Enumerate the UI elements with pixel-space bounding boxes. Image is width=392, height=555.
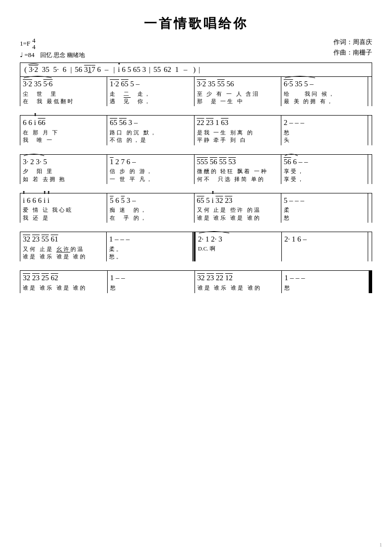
lyrics2: 在 乎 的，: [110, 214, 191, 221]
measure-2-4: 2 – – – 愁 头: [281, 116, 368, 145]
measure-2-1: 6 6 i 66 在 那 月 下 我 唯 一: [20, 116, 107, 145]
lyrics2: 愁: [284, 214, 365, 221]
lyrics1: 是我 一生 别离 的: [197, 128, 278, 137]
bar-line: [368, 77, 372, 106]
section-1-row1: 3·2 35 5·6 尘 世 里 在 我 最低翻时 1·2 65 5 –: [20, 76, 372, 106]
section-3-row: 3· 2 3· 5 夕 阳 里 如 若 去拥 抱 1 2 7 6 – 信 步 的…: [20, 154, 372, 184]
tempo-value: =84: [24, 51, 34, 59]
intro-line: ( 3·2 35 5· 6 | 56 317 6 – | i 6 5 65: [20, 62, 372, 76]
lyrics1: 在 那 月 下: [23, 128, 104, 137]
lyrics1: 微醺的 轻狂 飘着 一种: [197, 167, 278, 176]
measure-4-2: 5 6 5 3 – 痴 迷 的， 在 乎 的，: [107, 193, 194, 223]
lyricist: 作词：周喜庆: [333, 37, 372, 48]
lyrics1: 享受，: [284, 167, 365, 176]
lyrics1: 愁: [110, 284, 192, 292]
notes: 32 23 22 12: [197, 272, 279, 284]
meta-row: 1=F 4 4 ♩ =84 回忆 思念 幽绪地 作词：周喜庆 作曲：南栅子: [20, 37, 372, 60]
intro-open-paren: (: [24, 65, 27, 74]
notes: 1 2 7 6 –: [110, 156, 191, 168]
lyrics2: 愁。: [109, 253, 190, 260]
measure-6-3: 32 23 22 12 谁是 谁乐 谁是 谁的: [195, 271, 282, 293]
lyrics1: 爱 情 让 我心眩: [23, 206, 104, 214]
tempo-row: ♩ =84 回忆 思念 幽绪地: [20, 51, 85, 60]
bar-line: [368, 155, 372, 184]
lyrics1: 信 步 的 游，: [110, 167, 191, 176]
section-3: 3· 2 3· 5 夕 阳 里 如 若 去拥 抱 1 2 7 6 – 信 步 的…: [20, 154, 372, 184]
bar-line: [368, 232, 372, 261]
lyrics1: 痴 迷 的，: [110, 206, 191, 214]
notes: 2· 1 6 –: [284, 234, 365, 245]
measure-3-2: 1 2 7 6 – 信 步 的 游， 一 世 平 凡，: [107, 155, 194, 184]
intro-m3: i 6 5 65 3: [118, 65, 146, 74]
lyrics1: 柔: [284, 206, 365, 214]
lyrics2: 谁是 谁乐 谁是 谁的: [23, 253, 104, 260]
notes: 32 23 25 62: [23, 272, 105, 284]
lyrics2: 在 我 最低翻时: [23, 98, 104, 105]
lyrics2: 遇 见 你，: [110, 98, 191, 105]
time-bottom: 4: [32, 44, 36, 50]
notes: 6·5 35 5 –: [284, 78, 365, 90]
intro-m4: 55 62 1 – ): [153, 65, 196, 74]
tempo-symbol: ♩: [20, 51, 23, 59]
lyrics2: 享受，: [284, 176, 365, 183]
lyrics1: 又何 止是 些许 的温: [197, 206, 278, 214]
measure-5-1: 32 23 55 61 又何 止是 幺许的温 谁是 谁乐 谁是 谁的: [20, 232, 107, 261]
bar-line: [368, 193, 372, 223]
lyrics1: 愁: [284, 128, 365, 137]
lyrics1: 谁是 谁乐 谁是 谁的: [23, 284, 105, 292]
lyrics2: 那 是 一生 中: [197, 98, 278, 105]
key-tempo: 1=F 4 4: [20, 37, 85, 50]
section-5: 32 23 55 61 又何 止是 幺许的温 谁是 谁乐 谁是 谁的 1 – –…: [20, 232, 372, 261]
measure-1-2: 1·2 65 5 – 走 二 走， 遇 见 你，: [107, 77, 194, 106]
lyrics2: 头: [284, 136, 365, 143]
section-4-row: i 6 6 6 i i 爱 情 让 我心眩: [20, 193, 372, 223]
notes: 56 6 – –: [284, 156, 365, 168]
meta-right: 作词：周喜庆 作曲：南栅子: [333, 37, 372, 58]
measure-6-4: 1 – – – 愁: [282, 271, 369, 293]
bar-line: [368, 116, 372, 145]
measure-2-3: 22 23 1 63 是我 一生 别离 的 平静 牵手 到 白: [195, 116, 281, 145]
lyrics2: 一 世 平 凡，: [110, 176, 191, 183]
notes: 2· 1 2· 3: [198, 234, 279, 245]
lyrics1: 给 我问 候，: [284, 90, 365, 98]
measure-4-4: 5 – – – 柔 愁: [281, 193, 368, 223]
page: 一首情歌唱给你 1=F 4 4 ♩ =84 回忆 思念 幽绪地 作词：周喜庆 作…: [0, 0, 392, 555]
lyrics1: 愁: [284, 284, 366, 292]
section-2-row: 6 6 i 66 在 那 月 下 我 唯 一 65 56 3 – 路口 的沉 默…: [20, 115, 372, 145]
section-5-row: 32 23 55 61 又何 止是 幺许的温 谁是 谁乐 谁是 谁的 1 – –…: [20, 232, 372, 261]
measure-3-3: 555 56 55 53 微醺的 轻狂 飘着 一种 何不 只选 择简 单的: [195, 155, 281, 184]
lyrics1: 至 少 有 一 人 含泪: [197, 90, 278, 98]
key-label: 1=F: [20, 40, 30, 48]
section-6: 32 23 25 62 谁是 谁乐 谁是 谁的 1 – – 愁: [20, 270, 372, 293]
notes: 555 56 55 53: [197, 156, 278, 168]
lyrics1: 夕 阳 里: [23, 167, 104, 176]
measure-6-1: 32 23 25 62 谁是 谁乐 谁是 谁的: [20, 271, 108, 293]
lyrics2: 不信 的，是: [110, 136, 191, 143]
lyrics1: 走 二 走，: [110, 90, 191, 98]
measure-6-2: 1 – – 愁: [108, 271, 195, 293]
lyrics2: 我 还 是: [23, 214, 104, 221]
notes: 5 6 5 3 –: [110, 195, 191, 206]
page-title: 一首情歌唱给你: [20, 15, 372, 32]
measure-5-3: 2· 1 2· 3 D.C. 啊: [196, 232, 282, 261]
intro-notes: 3·2 35 5· 6: [28, 65, 67, 74]
notes: 3· 2 3· 5: [23, 156, 104, 168]
section-4: i 6 6 6 i i 爱 情 让 我心眩: [20, 193, 372, 223]
section-1: 3·2 35 5·6 尘 世 里 在 我 最低翻时 1·2 65 5 –: [20, 76, 372, 106]
lyrics1: 谁是 谁乐 谁是 谁的: [197, 284, 279, 292]
lyrics2: 最 美 的拥 有，: [284, 98, 365, 105]
notes: 5 – – –: [284, 195, 365, 206]
measure-1-3: 3·2 35 55 56 至 少 有 一 人 含泪 那 是 一生 中: [195, 77, 281, 106]
meta-left: 1=F 4 4 ♩ =84 回忆 思念 幽绪地: [20, 37, 85, 60]
notes: 3·2 35 55 56: [197, 78, 278, 90]
dc-label: D.C. 啊: [198, 245, 279, 252]
notes: 1 – – –: [109, 234, 190, 245]
measure-1-4: 6·5 35 5 – 给 我问 候， 最 美 的拥 有，: [281, 77, 368, 106]
measure-4-1: i 6 6 6 i i 爱 情 让 我心眩: [20, 193, 107, 223]
lyrics2: 我 唯 一: [23, 136, 104, 143]
section-6-row: 32 23 25 62 谁是 谁乐 谁是 谁的 1 – – 愁: [20, 270, 372, 293]
notes: 32 23 55 61: [23, 234, 104, 245]
notes: 6 6 i 66: [23, 117, 104, 128]
page-number: 1: [380, 542, 383, 548]
notes: i 6 6 6 i i: [23, 195, 104, 206]
